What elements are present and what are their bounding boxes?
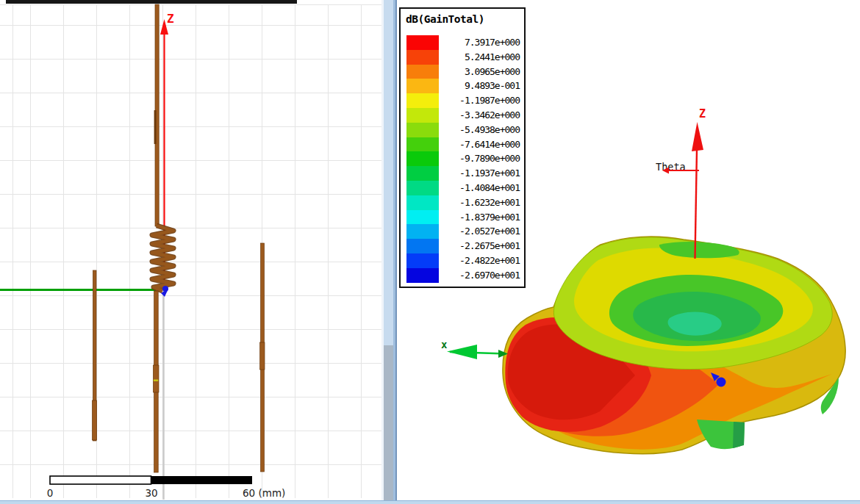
legend-color-swatch [406, 65, 439, 79]
legend-entry: -2.4822e+001 [406, 253, 520, 268]
pattern-bottom-fin-shade [733, 422, 745, 448]
z-axis-label: Z [167, 12, 174, 26]
legend-color-swatch [406, 93, 439, 108]
legend-value: 7.3917e+000 [439, 35, 520, 50]
pattern-viewport[interactable]: Z Theta x dB(GainTotal) 7.3917e+000 5.24… [397, 0, 860, 504]
legend-color-swatch [406, 181, 439, 195]
legend-rows: 7.3917e+000 5.2441e+000 3.0965e+000 9.48… [406, 35, 520, 283]
scale-label-0: 0 [47, 487, 54, 499]
legend-color-swatch [406, 35, 439, 50]
legend-entry: 7.3917e+000 [406, 35, 520, 50]
legend-entry: 5.2441e+000 [406, 50, 520, 65]
legend-value: -3.3462e+000 [439, 108, 520, 123]
scale-label-30: 30 [145, 487, 157, 499]
legend-color-swatch [406, 123, 439, 137]
legend-color-swatch [406, 151, 439, 166]
legend-color-swatch [406, 195, 439, 210]
legend-value: -2.0527e+001 [439, 224, 520, 239]
legend-color-swatch [406, 224, 439, 239]
legend-entry: -1.1937e+001 [406, 166, 520, 181]
legend-entry: 9.4893e-001 [406, 79, 520, 93]
antenna-model-drawing: Z [0, 0, 395, 504]
legend-entry: -7.6414e+000 [406, 137, 520, 152]
window-bottom-edge [0, 500, 860, 504]
legend-color-swatch [406, 137, 439, 152]
right-wire-sleeve [260, 342, 265, 370]
legend-value: 3.0965e+000 [439, 65, 520, 79]
legend-value: -1.1937e+001 [439, 166, 520, 181]
main-wire-lower-sleeve [153, 365, 159, 392]
pattern-x-axis: x [441, 339, 508, 359]
legend-color-swatch [406, 166, 439, 181]
model-viewport[interactable]: Z [0, 0, 395, 504]
legend-color-swatch [406, 50, 439, 65]
scale-label-60mm: 60 (mm) [243, 487, 285, 499]
scale-bar-white-segment [50, 476, 151, 484]
scale-bar: 0 30 60 (mm) [47, 476, 286, 499]
legend-entry: -2.2675e+001 [406, 239, 520, 253]
legend-value: -7.6414e+000 [439, 137, 520, 152]
legend-color-swatch [406, 210, 439, 225]
legend-value: -9.7890e+000 [439, 151, 520, 166]
feed-port-tick [154, 380, 158, 381]
legend-color-swatch [406, 253, 439, 268]
legend-value: -1.6232e+001 [439, 195, 520, 210]
legend-entry: -1.4084e+001 [406, 181, 520, 195]
theta-axis: Theta [656, 161, 699, 174]
legend-value: -1.4084e+001 [439, 181, 520, 195]
legend-value: -5.4938e+000 [439, 123, 520, 137]
legend-value: -2.6970e+001 [439, 268, 520, 283]
legend-color-swatch [406, 268, 439, 283]
legend-color-swatch [406, 79, 439, 93]
legend-color-swatch [406, 108, 439, 123]
legend-entry: -2.0527e+001 [406, 224, 520, 239]
hfss-workspace: Z [0, 0, 860, 504]
legend-value: -1.1987e+000 [439, 93, 520, 108]
scale-bar-black-segment [151, 476, 253, 484]
legend-title: dB(GainTotal) [401, 9, 524, 25]
pattern-z-axis-label: Z [699, 107, 706, 120]
legend-entry: -1.1987e+000 [406, 93, 520, 108]
left-wire-sleeve [92, 400, 96, 440]
x-axis-arrowhead-icon [447, 345, 477, 359]
legend-entry: -2.6970e+001 [406, 268, 520, 283]
x-axis-label: x [441, 339, 448, 350]
legend-value: 9.4893e-001 [439, 79, 520, 93]
legend-color-swatch [406, 239, 439, 253]
pattern-marker-head [717, 378, 726, 387]
legend-value: -2.2675e+001 [439, 239, 520, 253]
pattern-z-axis: Z [692, 107, 706, 259]
gain-legend: dB(GainTotal) 7.3917e+000 5.2441e+000 3.… [399, 7, 526, 288]
main-wire-overlap [154, 110, 157, 144]
legend-entry: -5.4938e+000 [406, 123, 520, 137]
legend-entry: -9.7890e+000 [406, 151, 520, 166]
legend-entry: -1.6232e+001 [406, 195, 520, 210]
legend-entry: -1.8379e+001 [406, 210, 520, 225]
legend-entry: 3.0965e+000 [406, 65, 520, 79]
legend-value: -2.4822e+001 [439, 253, 520, 268]
pattern-z-axis-arrowhead-icon [692, 122, 703, 151]
legend-value: 5.2441e+000 [439, 50, 520, 65]
legend-entry: -3.3462e+000 [406, 108, 520, 123]
legend-value: -1.8379e+001 [439, 210, 520, 225]
window-divider-lower[interactable] [384, 345, 393, 504]
